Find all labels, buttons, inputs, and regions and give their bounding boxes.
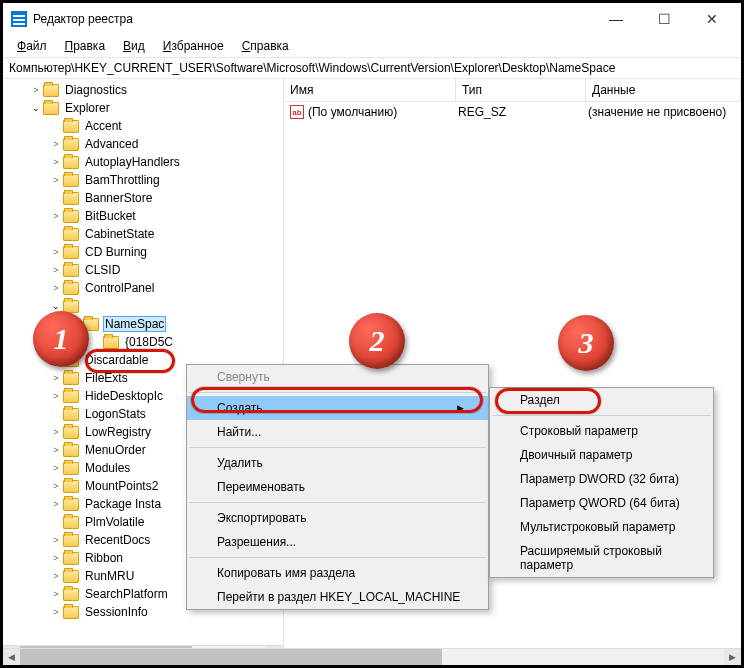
annotation-badge-3: 3 bbox=[558, 315, 614, 371]
folder-icon bbox=[63, 390, 79, 403]
menu-edit[interactable]: Правка bbox=[57, 37, 114, 55]
menu-help[interactable]: Справка bbox=[234, 37, 297, 55]
folder-icon bbox=[63, 534, 79, 547]
tree-item[interactable]: >CLSID bbox=[3, 261, 283, 279]
folder-icon bbox=[63, 408, 79, 421]
string-value-icon: ab bbox=[290, 105, 304, 119]
maximize-button[interactable]: ☐ bbox=[649, 11, 679, 27]
chevron-right-icon[interactable]: > bbox=[49, 391, 63, 401]
value-row[interactable]: ab (По умолчанию) REG_SZ (значение не пр… bbox=[284, 102, 741, 122]
chevron-right-icon[interactable]: > bbox=[49, 481, 63, 491]
close-button[interactable]: ✕ bbox=[697, 11, 727, 27]
minimize-button[interactable]: — bbox=[601, 11, 631, 27]
tree-item[interactable]: ⌄ bbox=[3, 297, 283, 315]
tree-label: Package Insta bbox=[83, 496, 163, 512]
ctx-export[interactable]: Экспортировать bbox=[187, 506, 488, 530]
ctx-goto-hklm[interactable]: Перейти в раздел HKEY_LOCAL_MACHINE bbox=[187, 585, 488, 609]
chevron-right-icon[interactable]: > bbox=[49, 211, 63, 221]
ctx-permissions[interactable]: Разрешения... bbox=[187, 530, 488, 554]
tree-label: Explorer bbox=[63, 100, 112, 116]
ctx-delete[interactable]: Удалить bbox=[187, 451, 488, 475]
ctx-collapse[interactable]: Свернуть bbox=[187, 365, 488, 389]
folder-icon bbox=[63, 156, 79, 169]
folder-icon bbox=[63, 462, 79, 475]
tree-item[interactable]: >AutoplayHandlers bbox=[3, 153, 283, 171]
scroll-right-icon[interactable]: ▶ bbox=[724, 649, 741, 662]
folder-icon bbox=[63, 282, 79, 295]
tree-item[interactable]: >ControlPanel bbox=[3, 279, 283, 297]
col-data[interactable]: Данные bbox=[586, 79, 741, 101]
folder-icon bbox=[63, 264, 79, 277]
chevron-right-icon[interactable]: > bbox=[49, 499, 63, 509]
chevron-right-icon[interactable]: > bbox=[49, 265, 63, 275]
tree-item[interactable]: >BitBucket bbox=[3, 207, 283, 225]
ctx-new-binary[interactable]: Двоичный параметр bbox=[490, 443, 713, 467]
tree-label: Advanced bbox=[83, 136, 140, 152]
folder-icon bbox=[103, 336, 119, 349]
annotation-ring-1 bbox=[85, 349, 175, 373]
chevron-right-icon[interactable]: > bbox=[49, 157, 63, 167]
chevron-right-icon[interactable]: > bbox=[29, 85, 43, 95]
tree-item[interactable]: CabinetState bbox=[3, 225, 283, 243]
chevron-right-icon[interactable]: > bbox=[49, 283, 63, 293]
tree-label: MountPoints2 bbox=[83, 478, 160, 494]
tree-item[interactable]: >CD Burning bbox=[3, 243, 283, 261]
tree-label: SessionInfo bbox=[83, 604, 150, 620]
chevron-right-icon[interactable]: > bbox=[49, 139, 63, 149]
ctx-new-qword[interactable]: Параметр QWORD (64 бита) bbox=[490, 491, 713, 515]
chevron-right-icon[interactable]: > bbox=[49, 445, 63, 455]
chevron-right-icon[interactable]: > bbox=[49, 247, 63, 257]
menubar: Файл Правка Вид Избранное Справка bbox=[3, 35, 741, 57]
tree-label: CD Burning bbox=[83, 244, 149, 260]
tree-label: Accent bbox=[83, 118, 124, 134]
tree-item[interactable]: >Advanced bbox=[3, 135, 283, 153]
tree-item[interactable]: >Diagnostics bbox=[3, 81, 283, 99]
tree-label: RecentDocs bbox=[83, 532, 152, 548]
value-type: REG_SZ bbox=[458, 105, 588, 119]
tree-item[interactable]: >BamThrottling bbox=[3, 171, 283, 189]
chevron-right-icon[interactable]: > bbox=[49, 535, 63, 545]
titlebar: Редактор реестра — ☐ ✕ bbox=[3, 3, 741, 35]
chevron-right-icon[interactable]: > bbox=[49, 427, 63, 437]
tree-item[interactable]: BannerStore bbox=[3, 189, 283, 207]
ctx-new-string[interactable]: Строковый параметр bbox=[490, 419, 713, 443]
chevron-right-icon[interactable]: > bbox=[49, 607, 63, 617]
ctx-new-dword[interactable]: Параметр DWORD (32 бита) bbox=[490, 467, 713, 491]
chevron-down-icon[interactable]: ⌄ bbox=[49, 301, 63, 311]
col-name[interactable]: Имя bbox=[284, 79, 456, 101]
chevron-down-icon[interactable]: ⌄ bbox=[29, 103, 43, 113]
folder-icon bbox=[63, 606, 79, 619]
col-type[interactable]: Тип bbox=[456, 79, 586, 101]
folder-icon bbox=[63, 228, 79, 241]
annotation-badge-1: 1 bbox=[33, 311, 89, 367]
menu-file[interactable]: Файл bbox=[9, 37, 55, 55]
tree-item[interactable]: ⌄Explorer bbox=[3, 99, 283, 117]
ctx-rename[interactable]: Переименовать bbox=[187, 475, 488, 499]
chevron-right-icon[interactable]: > bbox=[49, 463, 63, 473]
tree-label: ControlPanel bbox=[83, 280, 156, 296]
annotation-ring-2 bbox=[191, 387, 483, 413]
chevron-right-icon[interactable]: > bbox=[49, 589, 63, 599]
address-bar[interactable]: Компьютер\HKEY_CURRENT_USER\Software\Mic… bbox=[3, 57, 741, 79]
folder-icon bbox=[63, 570, 79, 583]
ctx-copy-key-name[interactable]: Копировать имя раздела bbox=[187, 561, 488, 585]
chevron-right-icon[interactable]: > bbox=[49, 571, 63, 581]
tree-label: Ribbon bbox=[83, 550, 125, 566]
chevron-right-icon[interactable]: > bbox=[49, 175, 63, 185]
ctx-new-expandstring[interactable]: Расширяемый строковый параметр bbox=[490, 539, 713, 577]
ctx-find[interactable]: Найти... bbox=[187, 420, 488, 444]
folder-icon bbox=[63, 426, 79, 439]
chevron-right-icon[interactable]: > bbox=[49, 373, 63, 383]
chevron-right-icon[interactable]: > bbox=[49, 553, 63, 563]
tree-item[interactable]: Accent bbox=[3, 117, 283, 135]
ctx-new-multistring[interactable]: Мультистроковый параметр bbox=[490, 515, 713, 539]
folder-icon bbox=[63, 174, 79, 187]
folder-icon bbox=[63, 588, 79, 601]
menu-view[interactable]: Вид bbox=[115, 37, 153, 55]
value-name: (По умолчанию) bbox=[308, 105, 458, 119]
tree-label: SearchPlatform bbox=[83, 586, 170, 602]
folder-icon bbox=[63, 480, 79, 493]
menu-favorites[interactable]: Избранное bbox=[155, 37, 232, 55]
folder-icon bbox=[63, 372, 79, 385]
values-scrollbar-h[interactable]: ◀ ▶ bbox=[284, 648, 741, 662]
